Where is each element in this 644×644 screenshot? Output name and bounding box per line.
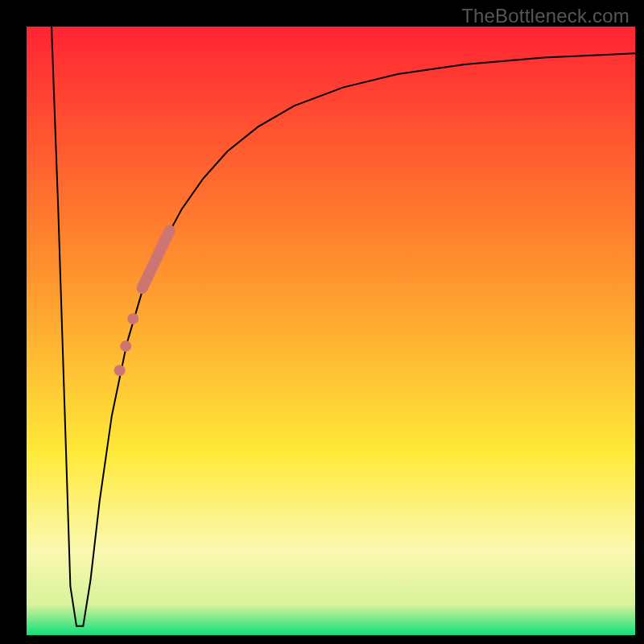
bottleneck-chart: [0, 0, 644, 644]
plot-background: [27, 27, 635, 635]
highlight-dot: [120, 341, 131, 352]
highlight-dot: [127, 313, 138, 324]
chart-frame: TheBottleneck.com: [0, 0, 644, 644]
highlight-dot: [114, 365, 126, 376]
